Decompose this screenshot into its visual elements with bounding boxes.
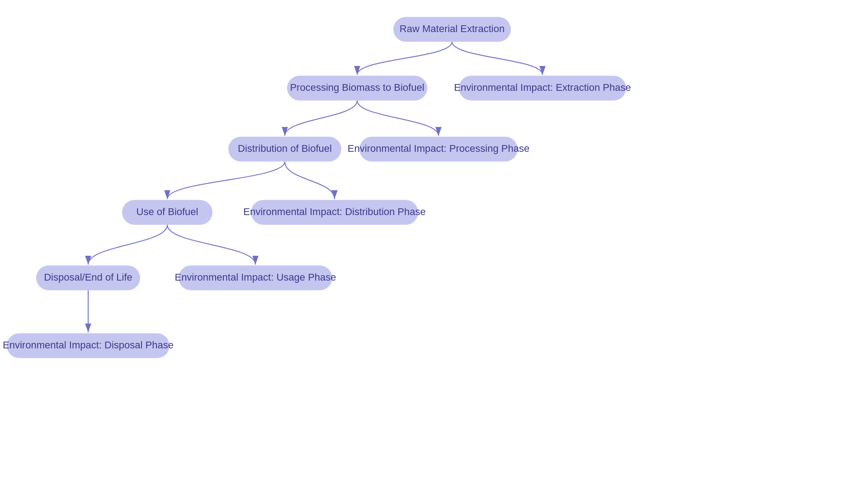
edge-processing-distribution <box>285 101 357 136</box>
biofuel-diagram: Raw Material ExtractionProcessing Biomas… <box>0 0 868 488</box>
label-distribution: Distribution of Biofuel <box>238 143 332 154</box>
label-raw_material: Raw Material Extraction <box>400 23 505 34</box>
label-disposal: Disposal/End of Life <box>44 272 132 283</box>
edge-raw_material-processing <box>357 42 452 75</box>
node-distribution: Distribution of Biofuel <box>228 137 341 162</box>
node-raw_material: Raw Material Extraction <box>393 17 511 42</box>
node-env_distribution: Environmental Impact: Distribution Phase <box>243 200 426 225</box>
node-env_usage: Environmental Impact: Usage Phase <box>175 266 336 291</box>
edge-distribution-env_distribution <box>285 162 335 199</box>
edge-distribution-use <box>167 162 285 199</box>
edge-raw_material-env_extraction <box>452 42 542 75</box>
node-env_extraction: Environmental Impact: Extraction Phase <box>454 76 631 101</box>
label-use: Use of Biofuel <box>137 206 198 217</box>
label-env_disposal: Environmental Impact: Disposal Phase <box>3 339 174 351</box>
label-env_extraction: Environmental Impact: Extraction Phase <box>454 82 631 93</box>
label-env_usage: Environmental Impact: Usage Phase <box>175 272 336 283</box>
node-use: Use of Biofuel <box>122 200 212 225</box>
label-env_distribution: Environmental Impact: Distribution Phase <box>243 206 426 217</box>
edge-processing-env_processing <box>357 101 439 136</box>
edge-use-env_usage <box>167 225 255 265</box>
label-env_processing: Environmental Impact: Processing Phase <box>348 143 529 154</box>
node-processing: Processing Biomass to Biofuel <box>287 76 427 101</box>
node-disposal: Disposal/End of Life <box>36 266 140 291</box>
node-env_disposal: Environmental Impact: Disposal Phase <box>3 333 174 358</box>
node-env_processing: Environmental Impact: Processing Phase <box>348 137 529 162</box>
label-processing: Processing Biomass to Biofuel <box>290 82 424 93</box>
edge-use-disposal <box>88 225 167 265</box>
